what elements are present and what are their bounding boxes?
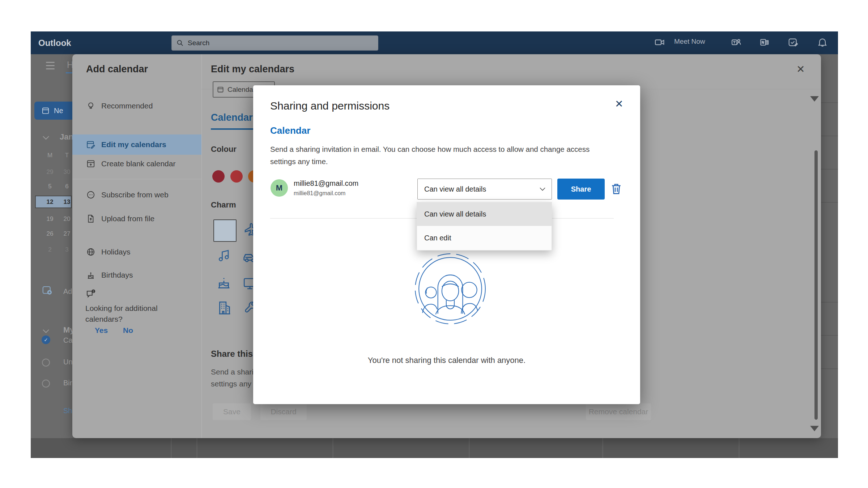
people-illustration — [414, 252, 487, 325]
scroll-arrow-icon[interactable] — [810, 426, 819, 431]
minical-day[interactable]: 26 — [44, 230, 55, 237]
minical-day[interactable]: 3 — [61, 246, 72, 253]
person-name: millie81@gmail.com — [294, 179, 358, 188]
grid-line — [171, 438, 172, 458]
minical-day-selected[interactable]: 13 — [61, 198, 72, 206]
minical-day[interactable]: 20 — [61, 215, 72, 223]
sharing-permissions-dialog: Sharing and permissions ✕ Calendar Send … — [253, 85, 640, 404]
minical-day[interactable]: 6 — [61, 183, 72, 190]
nav-item-upload-from-file[interactable]: Upload from file — [72, 209, 201, 229]
minical-day-selected[interactable]: 12 — [44, 198, 55, 206]
tab-calendar[interactable]: Calendar — [211, 112, 253, 123]
charm-cake-icon[interactable] — [216, 274, 232, 291]
charm-music-icon[interactable] — [216, 248, 232, 264]
meet-now-button[interactable]: Meet Now — [674, 38, 705, 46]
minical-day[interactable]: 27 — [61, 230, 72, 237]
birthday-cake-icon — [86, 270, 95, 280]
feedback-icon — [85, 288, 96, 299]
save-button[interactable]: Save — [213, 403, 251, 420]
empty-state-text: You're not sharing this calendar with an… — [253, 356, 640, 365]
hamburger-menu-icon[interactable] — [46, 62, 55, 72]
colour-label: Colour — [211, 145, 237, 154]
option-can-view-all-details[interactable]: Can view all details — [417, 202, 552, 226]
chevron-down-icon[interactable] — [42, 328, 50, 334]
search-input[interactable]: Search — [171, 35, 378, 51]
nav-item-subscribe-from-web[interactable]: Subscribe from web — [72, 185, 201, 205]
scroll-arrow-icon[interactable] — [810, 96, 819, 102]
grid-line — [602, 438, 603, 458]
grid-line — [332, 438, 333, 458]
minical-day[interactable]: 19 — [44, 215, 55, 223]
todo-icon[interactable] — [787, 37, 799, 48]
grid-line — [469, 438, 470, 458]
colour-swatch[interactable] — [212, 170, 225, 183]
yes-link[interactable]: Yes — [95, 326, 108, 335]
meet-now-camera-icon[interactable] — [654, 37, 665, 48]
dialog-description: Send a sharing invitation in email. You … — [270, 143, 607, 168]
onenote-icon[interactable] — [759, 37, 770, 48]
calendar-select-value: Calendar — [227, 86, 255, 94]
share-button[interactable]: Share — [557, 179, 605, 200]
minical-day[interactable]: 29 — [44, 168, 55, 176]
trash-icon[interactable] — [609, 181, 624, 196]
nav-divider — [72, 179, 201, 179]
calendar-section-heading: Calendar — [270, 125, 310, 136]
close-icon[interactable]: ✕ — [796, 64, 805, 74]
colour-swatch[interactable] — [230, 170, 243, 183]
nav-item-recommended[interactable]: Recommended — [72, 96, 201, 116]
minical-day[interactable]: 2 — [44, 246, 55, 253]
outlook-logo[interactable]: Outlook — [38, 31, 71, 54]
dimmed-calendar-grid — [31, 438, 838, 458]
charm-building-icon[interactable] — [216, 299, 233, 316]
nav-item-birthdays[interactable]: Birthdays — [72, 265, 201, 285]
chevron-down-icon[interactable] — [42, 134, 50, 141]
calendar-checkbox-unchecked[interactable] — [42, 380, 50, 388]
nav-item-create-blank-calendar[interactable]: Create blank calendar — [72, 154, 201, 174]
minical-day-header: M — [44, 152, 55, 159]
grid-line — [821, 136, 838, 136]
grid-line — [739, 438, 740, 458]
person-email: millie81@gmail.com — [294, 190, 345, 197]
grid-line — [821, 102, 838, 103]
nav-label: Birthdays — [101, 271, 133, 279]
outlook-calendar-page: Outlook Search Meet Now — [0, 0, 868, 488]
charm-label: Charm — [211, 200, 236, 210]
calendar-edit-icon — [86, 140, 95, 149]
minical-day[interactable]: 5 — [44, 183, 55, 190]
mini-calendar-month[interactable]: Jan — [60, 132, 73, 142]
remove-calendar-button[interactable]: Remove calendar — [586, 403, 651, 420]
add-calendar-icon[interactable] — [42, 285, 52, 296]
calendar-plus-icon — [86, 159, 95, 168]
nav-label: Recommended — [101, 102, 153, 110]
option-can-edit[interactable]: Can edit — [417, 226, 552, 250]
nav-item-holidays[interactable]: Holidays — [72, 242, 201, 262]
edit-my-calendars-title: Edit my calendars — [211, 64, 294, 75]
grid-line — [196, 438, 197, 458]
nav-label: Subscribe from web — [101, 191, 169, 199]
close-icon[interactable]: ✕ — [615, 99, 623, 109]
avatar: M — [271, 179, 288, 197]
calendar-checkbox-checked[interactable]: ✓ — [42, 335, 50, 344]
discard-button[interactable]: Discard — [260, 403, 307, 420]
no-link[interactable]: No — [123, 326, 133, 335]
search-icon — [176, 39, 184, 47]
calendar-icon — [217, 86, 224, 93]
dialog-title: Sharing and permissions — [270, 100, 390, 112]
charm-none-selected[interactable] — [213, 219, 237, 242]
left-sidebar: H Ne Jan M T 29 30 5 6 12 13 19 20 — [31, 54, 78, 438]
new-event-label: Ne — [54, 107, 63, 115]
notifications-bell-icon[interactable] — [817, 37, 828, 48]
sidebar-add-calendar-label[interactable]: Ad — [63, 287, 72, 296]
scrollbar-thumb[interactable] — [814, 150, 818, 420]
panel-divider — [201, 54, 202, 438]
nav-item-edit-my-calendars[interactable]: Edit my calendars — [72, 134, 201, 155]
permission-dropdown[interactable]: Can view all details — [417, 179, 552, 200]
new-event-button[interactable]: Ne — [34, 102, 77, 120]
teams-icon[interactable] — [731, 37, 742, 48]
minical-day[interactable]: 30 — [61, 168, 72, 176]
search-placeholder: Search — [188, 39, 209, 47]
globe-icon — [86, 247, 95, 257]
grid-line — [821, 335, 838, 336]
calendar-checkbox-unchecked[interactable] — [42, 359, 50, 367]
add-calendar-title: Add calendar — [86, 64, 148, 75]
